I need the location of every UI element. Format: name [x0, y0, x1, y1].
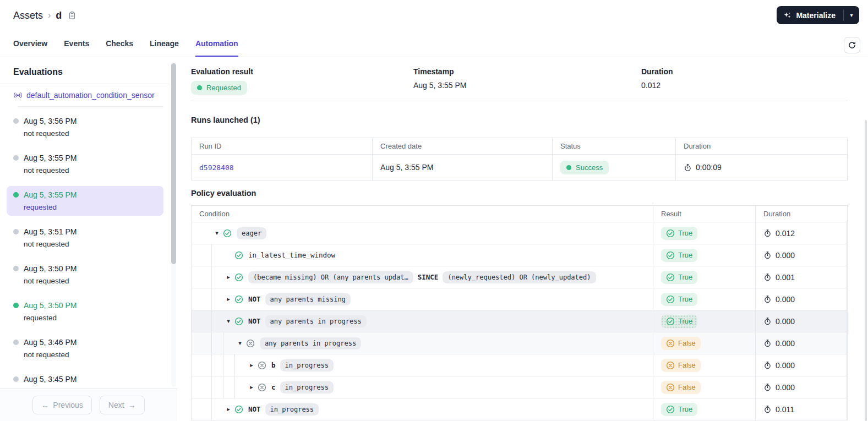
policy-condition-row[interactable]: ▾NOTany parents in progressTrue0.000 [192, 310, 847, 332]
runs-table-body: d5928408Aug 5, 3:55 PMSuccess0:00:09 [192, 154, 847, 180]
condition-chip: any parents missing [265, 293, 351, 305]
runs-table-header: Run IDCreated dateStatusDuration [192, 138, 847, 154]
evaluation-status: not requested [24, 277, 157, 285]
result-cell: False [653, 332, 756, 354]
condition-chip: (became missing) OR (any parents updat… [248, 271, 413, 283]
chevron-down-icon: ▾ [850, 12, 853, 18]
evaluation-list-item[interactable]: Aug 5, 3:50 PMrequested [7, 297, 163, 326]
policy-table-header: ConditionResultDuration [192, 206, 847, 222]
condition-duration: 0.000 [763, 383, 795, 392]
condition-duration-text: 0.001 [776, 273, 795, 282]
refresh-button[interactable] [844, 37, 860, 53]
condition-duration: 0.012 [763, 229, 795, 238]
condition-chip: (newly_requested) OR (newly_updated) [443, 271, 596, 283]
sensor-link[interactable]: default_automation_condition_sensor [26, 91, 155, 100]
policy-condition-row[interactable]: ▸bin_progressFalse0.000 [192, 354, 847, 376]
timer-icon [763, 273, 772, 281]
materialize-dropdown-button[interactable]: ▾ [844, 6, 859, 24]
evaluation-list-item[interactable]: Aug 5, 3:55 PMnot requested [7, 149, 163, 179]
evaluation-list-item[interactable]: Aug 5, 3:46 PMnot requested [7, 333, 163, 363]
runs-launched-heading: Runs launched (1) [191, 116, 848, 124]
duration-value: 0.012 [641, 81, 848, 90]
timer-icon [763, 339, 772, 347]
status-dot-gray-icon [13, 376, 19, 382]
tab-overview[interactable]: Overview [13, 31, 47, 57]
policy-condition-row[interactable]: ▾any parents in progressFalse0.000 [192, 332, 847, 354]
condition-chip: in_progress [280, 381, 334, 393]
breadcrumb-root[interactable]: Assets [13, 10, 43, 21]
check-circle-icon [666, 229, 675, 238]
condition-tokens: (became missing) OR (any parents updat…S… [248, 271, 596, 283]
condition-duration: 0.000 [763, 295, 795, 304]
policy-table-body: ▾eagerTrue0.012in_latest_time_windowTrue… [192, 222, 847, 420]
evaluation-result-label: Evaluation result [191, 67, 413, 76]
tree-indent-guide [211, 266, 223, 288]
result-text: True [678, 405, 692, 413]
requested-status-text: Requested [206, 84, 241, 92]
policy-condition-row[interactable]: ▸(became missing) OR (any parents updat…… [192, 266, 847, 288]
caret-right-icon[interactable]: ▸ [223, 296, 234, 303]
result-true-badge: True [661, 403, 697, 416]
materialize-button[interactable]: Materialize [777, 6, 843, 24]
evaluation-timestamp: Aug 5, 3:51 PM [24, 227, 77, 236]
previous-page-button[interactable]: ← Previous [32, 396, 91, 414]
result-text: True [678, 295, 692, 303]
evaluation-list-item[interactable]: Aug 5, 3:55 PMrequested [7, 186, 163, 216]
result-true-badge: True [661, 249, 697, 262]
status-dot-icon [197, 85, 202, 90]
caret-down-icon[interactable]: ▾ [223, 318, 234, 325]
caret-right-icon[interactable]: ▸ [246, 362, 257, 369]
evaluation-list-item[interactable]: Aug 5, 3:50 PMnot requested [7, 260, 163, 289]
policy-column-header: Result [653, 206, 756, 222]
status-dot-green-icon [13, 192, 19, 198]
condition-duration-text: 0.000 [776, 251, 795, 260]
condition-duration: 0.000 [763, 361, 795, 370]
result-true-badge: True [661, 293, 697, 306]
policy-condition-row[interactable]: ▸NOTany parents missingTrue0.000 [192, 288, 847, 310]
materialize-button-label: Materialize [796, 11, 836, 20]
evaluation-timestamp: Aug 5, 3:46 PM [24, 338, 77, 347]
tree-indent-guide [211, 288, 223, 310]
sidebar-scrollbar-thumb[interactable] [171, 63, 176, 264]
tree-indent-guide [211, 244, 223, 266]
caret-down-icon[interactable]: ▾ [234, 340, 245, 347]
evaluation-timestamp: Aug 5, 3:55 PM [24, 154, 77, 162]
condition-duration: 0.011 [763, 405, 794, 414]
next-page-button[interactable]: Next → [100, 396, 145, 414]
evaluation-status: not requested [24, 129, 157, 138]
tab-lineage[interactable]: Lineage [150, 31, 179, 57]
run-status-text: Success [576, 163, 603, 172]
x-circle-icon [666, 339, 675, 348]
caret-right-icon[interactable]: ▸ [246, 384, 257, 391]
policy-condition-row[interactable]: in_latest_time_windowTrue0.000 [192, 244, 847, 266]
condition-duration-text: 0.000 [776, 339, 795, 348]
policy-condition-row[interactable]: ▸cin_progressFalse0.000 [192, 376, 847, 398]
run-duration: 0:00:09 [684, 163, 722, 172]
check-circle-icon [234, 250, 244, 260]
caret-down-icon[interactable]: ▾ [211, 229, 222, 237]
evaluation-item-row: Aug 5, 3:55 PM [13, 154, 157, 162]
condition-tokens: NOTany parents missing [248, 293, 351, 305]
evaluation-timestamp: Aug 5, 3:45 PM [24, 375, 77, 384]
page-scrollbar[interactable] [865, 120, 867, 421]
evaluation-list-item[interactable]: Aug 5, 3:51 PMnot requested [7, 223, 163, 253]
result-cell: True [653, 244, 756, 266]
policy-condition-row[interactable]: ▸NOTin_progressTrue0.011 [192, 398, 847, 420]
policy-condition-row[interactable]: ▾eagerTrue0.012 [192, 222, 847, 244]
tab-automation[interactable]: Automation [195, 31, 238, 57]
x-circle-icon [666, 383, 675, 392]
caret-right-icon[interactable]: ▸ [223, 274, 234, 281]
result-text: False [678, 383, 696, 391]
evaluation-list-item[interactable]: Aug 5, 3:45 PM [7, 370, 163, 388]
tab-checks[interactable]: Checks [106, 31, 133, 57]
run-status-badge: Success [560, 161, 609, 174]
evaluation-summary: Evaluation result Requested Timestamp Au… [191, 67, 848, 95]
tab-events[interactable]: Events [64, 31, 89, 57]
result-text: True [678, 251, 692, 259]
copy-asset-name-icon[interactable] [68, 11, 77, 20]
evaluation-list-item[interactable]: Aug 5, 3:56 PMnot requested [7, 112, 163, 142]
caret-right-icon[interactable]: ▸ [223, 406, 234, 413]
condition-duration-text: 0.000 [776, 317, 795, 326]
result-false-badge: False [661, 381, 701, 394]
run-id-link[interactable]: d5928408 [199, 163, 234, 172]
